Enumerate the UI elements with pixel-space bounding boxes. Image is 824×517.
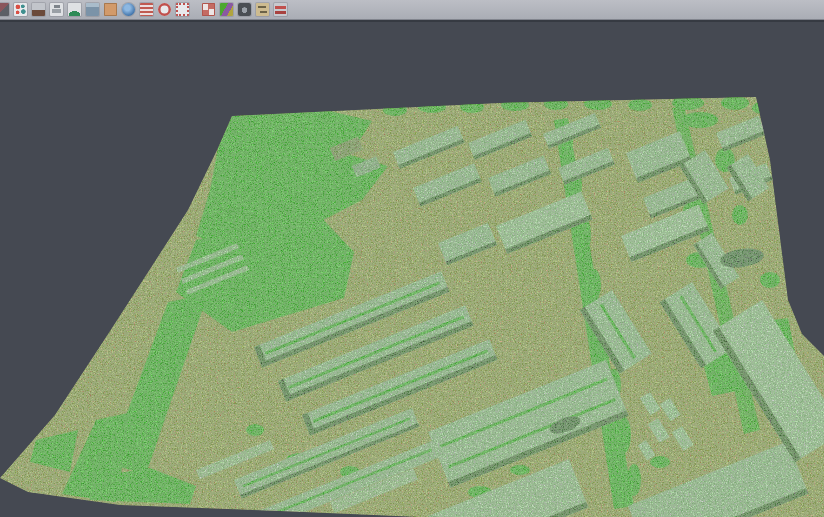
panel-icon[interactable] [86, 3, 99, 16]
viewport-3d[interactable] [0, 23, 824, 517]
profile-view-icon[interactable] [50, 3, 63, 16]
project-icon[interactable] [0, 3, 9, 16]
measurement-icon[interactable] [256, 3, 269, 16]
toolbar [0, 0, 824, 20]
grid-selection-icon[interactable] [202, 3, 215, 16]
terrain-icon[interactable] [68, 3, 81, 16]
circle-selection-icon[interactable] [158, 3, 171, 16]
globe-icon[interactable] [122, 3, 135, 16]
zoom-extents-icon[interactable] [176, 3, 189, 16]
point-cloud-scene [0, 23, 824, 517]
classification-map-icon[interactable] [220, 3, 233, 16]
orthoimage-icon[interactable] [104, 3, 117, 16]
cross-section-icon[interactable] [274, 3, 287, 16]
camera-icon[interactable] [238, 3, 251, 16]
classify-points-icon[interactable] [14, 3, 27, 16]
app-window [0, 0, 824, 517]
tin-surface-icon[interactable] [32, 3, 45, 16]
attribute-list-icon[interactable] [140, 3, 153, 16]
